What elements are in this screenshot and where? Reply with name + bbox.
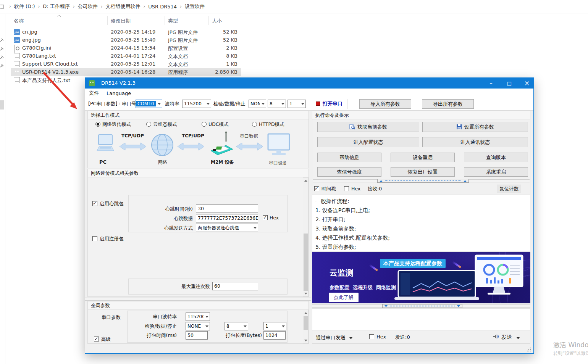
factory-reset-button[interactable]: 恢复出厂设置 <box>391 167 455 177</box>
radio-label[interactable]: 网络透传模式 <box>102 121 131 128</box>
baud-select[interactable]: 115200 <box>182 100 211 108</box>
breadcrumb-item[interactable]: 设置软件 <box>185 3 205 10</box>
enter-comm-button[interactable]: 进入通讯状态 <box>422 137 528 147</box>
splitter-handle[interactable] <box>377 179 469 183</box>
chevron-down-icon[interactable] <box>242 322 248 330</box>
help-info-button[interactable]: 帮助信息 <box>317 153 381 162</box>
breadcrumb-item[interactable]: 公司软件 <box>78 3 98 10</box>
query-version-button[interactable]: 查询版本 <box>464 153 528 162</box>
chevron-down-icon[interactable] <box>349 337 352 341</box>
signal-strength-button[interactable]: 查信号强度 <box>317 167 381 177</box>
hb-time-input[interactable]: 30 <box>196 205 258 213</box>
scroll-up-icon[interactable] <box>303 178 308 183</box>
column-header-type[interactable]: 类型 <box>168 18 178 24</box>
receive-textarea[interactable]: 一般操作流程: 1. 设备连PC串口,上电; 2. 打开串口; 3. 获取当前参… <box>312 195 530 252</box>
device-restart-button[interactable]: 设备重启 <box>391 153 455 162</box>
table-row[interactable]: Support USR Cloud.txt 2020-03-25 12:01 文… <box>11 60 241 68</box>
radio-label[interactable]: 云组态模式 <box>153 121 177 128</box>
com-port-select[interactable]: COM10 <box>136 100 162 108</box>
global-baud-select[interactable]: 115200 <box>186 312 210 321</box>
chevron-down-icon[interactable] <box>252 224 258 232</box>
databits-select[interactable]: 8 <box>268 100 286 108</box>
radio-label[interactable]: UDC模式 <box>208 121 229 128</box>
export-params-button[interactable]: 导出所有参数 <box>422 99 474 109</box>
heartbeat-label[interactable]: 启用心跳包 <box>100 201 124 207</box>
heartbeat-checkbox[interactable] <box>92 201 97 206</box>
breadcrumb-item[interactable]: 软件 (D:) <box>14 3 35 10</box>
right-splitter-bottom[interactable] <box>312 304 530 308</box>
breadcrumb-item[interactable]: 文档组使用软件 <box>105 3 140 10</box>
radio-httpd[interactable] <box>252 122 257 127</box>
import-params-button[interactable]: 导入所有参数 <box>359 99 411 109</box>
global-databits-select[interactable]: 8 <box>225 322 248 330</box>
scroll-down-icon[interactable] <box>303 338 308 343</box>
pack-len-input[interactable]: 1024 <box>263 331 286 340</box>
banner-cta-button[interactable]: 点此了解 <box>329 293 359 302</box>
timestamp-label[interactable]: 时间戳 <box>321 186 336 192</box>
net-params-scrollbar[interactable] <box>303 177 309 296</box>
menu-file[interactable]: 文件 <box>85 90 103 97</box>
advanced-checkbox[interactable] <box>94 337 99 341</box>
register-checkbox[interactable] <box>92 236 97 241</box>
send-via-dropdown[interactable]: 通过串口发送 <box>316 334 346 341</box>
collapse-up-icon[interactable] <box>380 179 383 182</box>
chevron-down-icon[interactable] <box>260 100 266 108</box>
chevron-down-icon[interactable] <box>156 100 162 108</box>
radio-udc[interactable] <box>202 122 207 127</box>
reset-count-button[interactable]: 复位计数 <box>497 185 521 193</box>
chevron-down-icon[interactable] <box>280 100 286 108</box>
chevron-down-icon[interactable] <box>300 100 305 108</box>
maximize-button[interactable]: □ <box>503 78 516 89</box>
right-splitter-top[interactable] <box>313 179 530 182</box>
close-button[interactable]: × <box>520 78 533 89</box>
reconnect-input[interactable]: 60 <box>212 282 258 290</box>
radio-net-transparent[interactable] <box>95 122 100 127</box>
column-divider[interactable] <box>107 16 108 25</box>
speaker-icon[interactable] <box>493 333 499 340</box>
scroll-down-icon[interactable] <box>303 291 308 296</box>
system-restart-button[interactable]: 系统重启 <box>464 167 528 177</box>
open-port-button[interactable]: 打开串口 <box>323 100 342 107</box>
timestamp-checkbox[interactable] <box>314 186 319 191</box>
radio-cloud-scada[interactable] <box>146 122 151 127</box>
table-row[interactable]: JPG cn.jpg 2020-03-25 14:19 JPG 图片文件 52 … <box>11 28 241 36</box>
pack-time-input[interactable]: 50 <box>186 331 208 340</box>
enter-config-button[interactable]: 进入配置状态 <box>317 137 419 147</box>
scroll-up-icon[interactable] <box>303 310 308 316</box>
breadcrumb-item[interactable]: USR-DR514 <box>148 4 177 10</box>
set-params-button[interactable]: 设置所有参数 <box>422 122 528 132</box>
recv-hex-checkbox[interactable] <box>344 186 349 191</box>
chevron-down-icon[interactable] <box>280 322 286 330</box>
chevron-down-icon[interactable] <box>204 313 210 321</box>
scrollbar-thumb[interactable] <box>304 234 308 291</box>
advanced-label[interactable]: 高级 <box>101 336 111 343</box>
table-row[interactable]: G780Cfg.ini 2024-04-15 13:34 配置设置 2 KB <box>11 44 241 52</box>
register-label[interactable]: 启用注册包 <box>100 236 124 242</box>
collapse-up-icon[interactable] <box>464 179 467 182</box>
parity-select[interactable]: NONI <box>249 100 266 108</box>
resize-grip[interactable] <box>527 347 531 352</box>
chevron-down-icon[interactable] <box>205 100 211 108</box>
table-row[interactable]: JPG eng.jpg 2020-03-25 15:40 JPG 图片文件 52… <box>11 36 241 44</box>
column-divider[interactable] <box>240 16 240 25</box>
column-header-date[interactable]: 修改日期 <box>111 18 131 24</box>
global-params-scrollbar[interactable] <box>303 310 309 343</box>
send-hex-checkbox[interactable] <box>369 334 374 339</box>
column-header-name[interactable]: 名称 <box>14 18 24 24</box>
hb-data-input[interactable]: 7777772E7573722E636E <box>196 214 258 222</box>
splitter-handle[interactable] <box>382 304 462 308</box>
send-button[interactable]: 发送 <box>501 334 512 341</box>
column-divider[interactable] <box>208 16 209 25</box>
hb-hex-checkbox[interactable] <box>263 215 268 220</box>
scrollbar-thumb[interactable] <box>304 316 308 330</box>
breadcrumb-item[interactable]: D: 工作程序 <box>43 3 70 10</box>
global-stopbits-select[interactable]: 1 <box>263 322 286 330</box>
send-textarea[interactable] <box>312 308 530 330</box>
menu-language[interactable]: Language <box>103 90 135 96</box>
column-header-size[interactable]: 大小 <box>212 18 222 24</box>
send-hex-label[interactable]: Hex <box>376 334 386 340</box>
get-params-button[interactable]: 获取当前参数 <box>317 122 419 132</box>
global-parity-select[interactable]: NONE <box>186 322 210 330</box>
radio-label[interactable]: HTTPD模式 <box>259 121 284 128</box>
hb-mode-select[interactable]: 向服务器发送心跳包 <box>196 224 258 232</box>
